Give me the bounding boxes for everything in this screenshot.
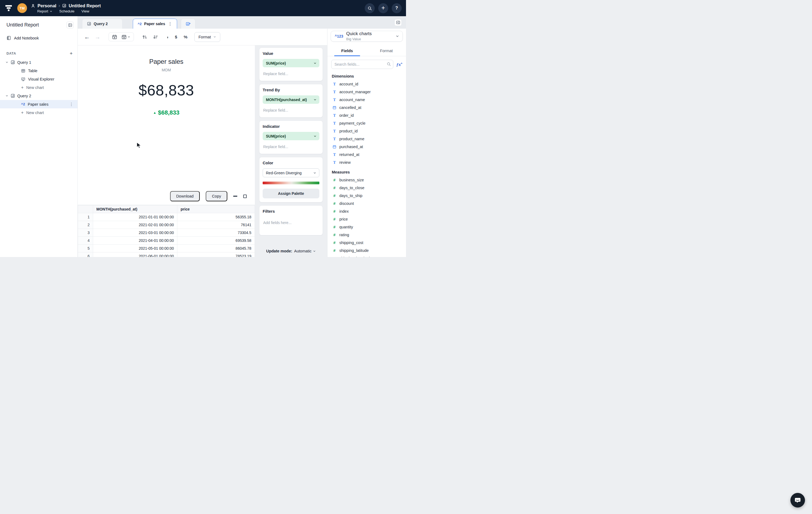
chart-title: Paper sales	[78, 58, 255, 65]
field-order_id[interactable]: Torder_id	[327, 112, 406, 119]
field-days_to_ship[interactable]: #days_to_ship	[327, 192, 406, 200]
sidebar-new-chart-query2[interactable]: + New chart	[0, 108, 78, 117]
avatar[interactable]: TM	[17, 3, 27, 13]
tab-bar: Query 2 ^2 Paper sales ⋮	[78, 16, 406, 29]
sidebar-new-chart-query1[interactable]: + New chart	[0, 83, 78, 91]
delta-indicator: ▲ $68,833	[78, 109, 255, 116]
sidebar-item-visual-explorer[interactable]: Visual Explorer	[0, 75, 78, 83]
download-button[interactable]: Download	[170, 191, 200, 201]
number-field-icon: #	[334, 209, 336, 214]
copy-button[interactable]: Copy	[206, 191, 227, 201]
sidebar-item-query1[interactable]: Query 1	[0, 58, 78, 66]
month-cell: 2021-03-01 00:00:00	[93, 229, 177, 237]
add-button[interactable]: +	[378, 3, 388, 13]
field-shipping_longitude[interactable]: #shipping_longitude	[327, 254, 406, 257]
tab-query2[interactable]: Query 2	[82, 19, 122, 29]
price-cell: 73304.5	[177, 229, 255, 237]
calendar-add-icon	[112, 34, 117, 39]
indicator-replace-dropzone[interactable]: Replace field...	[263, 140, 319, 153]
field-days_to_close[interactable]: #days_to_close	[327, 184, 406, 192]
indicator-field-pill[interactable]: SUM(price)	[263, 132, 319, 140]
sort-descending-button[interactable]	[153, 34, 158, 40]
tab-paper-sales[interactable]: ^2 Paper sales ⋮	[133, 19, 177, 29]
calendar-remove-button[interactable]	[121, 34, 130, 39]
sidebar-item-table[interactable]: Table	[0, 66, 78, 75]
field-quantity[interactable]: #quantity	[327, 223, 406, 231]
currency-format-icon[interactable]: $	[175, 34, 177, 39]
big-value-chart-icon: ^2	[138, 22, 142, 26]
search-fields-input[interactable]	[331, 60, 393, 69]
field-label: days_to_ship	[339, 193, 362, 198]
tab-format[interactable]: Format	[367, 45, 406, 56]
field-product_id[interactable]: Tproduct_id	[327, 127, 406, 135]
add-formula-button[interactable]: ƒx+	[396, 62, 403, 67]
value-replace-dropzone[interactable]: Replace field...	[263, 67, 319, 80]
text-field-icon: T	[333, 137, 336, 141]
filters-dropzone[interactable]: Add fields here...	[263, 217, 319, 234]
collapse-sidebar-button[interactable]	[66, 22, 74, 28]
trend-field-pill[interactable]: MONTH(purchased_at)	[263, 96, 319, 104]
sidebar-item-paper-sales[interactable]: ^2 Paper sales ⋮	[0, 100, 78, 108]
search-button[interactable]	[365, 3, 375, 13]
workspace-name[interactable]: Personal	[37, 3, 56, 8]
field-review[interactable]: Treview	[327, 159, 406, 166]
data-section-header: DATA	[6, 52, 16, 55]
calendar-add-button[interactable]	[112, 34, 117, 39]
big-value: $68,833	[78, 81, 255, 99]
update-mode-select[interactable]: Automatic	[294, 249, 316, 253]
help-button[interactable]: ?	[392, 3, 402, 13]
assign-palette-button[interactable]: Assign Palette	[263, 189, 319, 198]
field-account_manager[interactable]: Taccount_manager	[327, 88, 406, 96]
sort-ascending-button[interactable]	[142, 34, 147, 40]
palette-select[interactable]: Red-Green Diverging	[263, 168, 319, 177]
field-account_name[interactable]: Taccount_name	[327, 96, 406, 104]
chevron-down-icon	[313, 62, 317, 65]
field-label: business_size	[339, 178, 364, 182]
comma-format-icon[interactable]: ,	[167, 32, 169, 39]
field-returned_at[interactable]: Treturned_at	[327, 151, 406, 159]
trend-replace-dropzone[interactable]: Replace field...	[263, 104, 319, 116]
kebab-menu-icon[interactable]: ⋮	[69, 102, 78, 107]
expand-table-button[interactable]	[243, 195, 247, 198]
tab-add-chart[interactable]	[181, 19, 196, 29]
percent-format-icon[interactable]: %	[183, 34, 187, 39]
chart-toolbar: ← →	[78, 29, 327, 46]
collapse-table-button[interactable]	[233, 196, 237, 197]
price-column-header: price	[177, 206, 255, 213]
add-notebook-button[interactable]: Add Notebook	[0, 33, 78, 43]
field-price[interactable]: #price	[327, 215, 406, 223]
field-product_name[interactable]: Tproduct_name	[327, 135, 406, 143]
format-dropdown[interactable]: Format	[194, 32, 220, 42]
field-account_id[interactable]: Taccount_id	[327, 80, 406, 88]
value-field-pill[interactable]: SUM(price)	[263, 59, 319, 67]
menu-report[interactable]: Report	[37, 9, 52, 13]
sidebar-item-query2[interactable]: Query 2	[0, 91, 78, 100]
result-table[interactable]: MONTH(purchased_at) price 1 2021-01-01 0…	[78, 205, 255, 257]
report-title[interactable]: Untitled Report	[68, 3, 101, 8]
report-icon	[62, 3, 66, 8]
expand-panel-button[interactable]	[395, 19, 402, 26]
notebook-icon	[6, 36, 11, 40]
field-discount[interactable]: #discount	[327, 200, 406, 208]
text-field-icon: T	[333, 82, 336, 86]
tab-fields[interactable]: Fields	[327, 45, 367, 56]
quick-charts-dropdown[interactable]: ^123 Quick charts Big Value	[331, 31, 403, 42]
add-data-button[interactable]: +	[70, 51, 72, 56]
redo-forward-icon[interactable]: →	[95, 34, 100, 40]
field-shipping_latitude[interactable]: #shipping_latitude	[327, 247, 406, 254]
text-field-icon: T	[333, 160, 336, 165]
field-rating[interactable]: #rating	[327, 231, 406, 239]
field-index[interactable]: #index	[327, 208, 406, 215]
undo-back-icon[interactable]: ←	[84, 34, 90, 40]
app-logo[interactable]	[4, 3, 13, 13]
kebab-menu-icon[interactable]: ⋮	[168, 21, 172, 26]
menu-schedule[interactable]: Schedule	[59, 9, 75, 13]
field-cancelled_at[interactable]: cancelled_at	[327, 104, 406, 112]
menu-view[interactable]: View	[82, 9, 89, 13]
field-payment_cycle[interactable]: Tpayment_cycle	[327, 119, 406, 127]
field-purchased_at[interactable]: purchased_at	[327, 143, 406, 151]
field-shipping_cost[interactable]: #shipping_cost	[327, 239, 406, 247]
query-icon	[87, 22, 91, 26]
field-business_size[interactable]: #business_size	[327, 176, 406, 184]
filters-card: Filters Add fields here...	[259, 206, 323, 235]
